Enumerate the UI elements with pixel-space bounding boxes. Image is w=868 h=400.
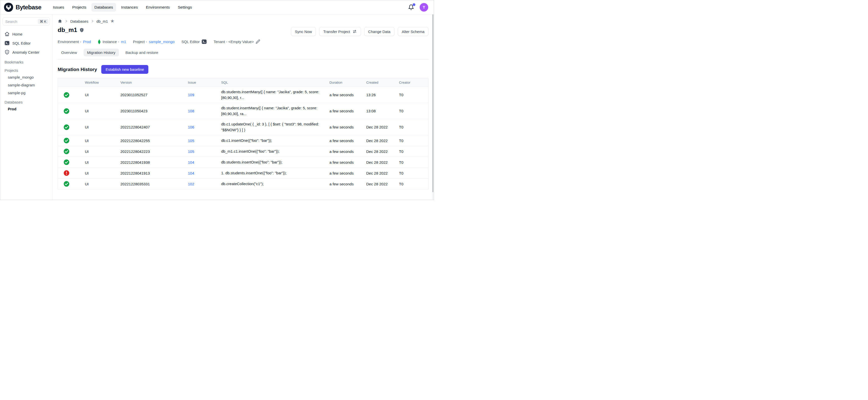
version-cell: 2023011050423 (118, 103, 186, 119)
tab-migration-history[interactable]: Migration History (84, 49, 119, 56)
nav-instances[interactable]: Instances (118, 3, 141, 11)
migration-row[interactable]: UI 20221228042255 105 db.c1.insertOne({"… (58, 135, 428, 146)
migration-row[interactable]: UI 2023011050423 108 db.student.insertMa… (58, 103, 428, 119)
version-cell: 2023011052527 (118, 87, 186, 103)
issue-link[interactable]: 108 (188, 109, 194, 113)
migration-row[interactable]: UI 20221228035331 102 db.createCollectio… (58, 179, 428, 189)
breadcrumb-databases[interactable]: Databases (70, 19, 88, 24)
sql-editor-label: SQL Editor (181, 39, 200, 44)
main-content: Databases db_m1 ★ db_m1 Sync Now Transfe… (52, 14, 434, 200)
sidebar: Search ⌘ K Home SQL Editor Anomaly Cente… (0, 14, 52, 200)
navbar-right: T (408, 3, 428, 11)
sidebar-item-label: Home (12, 32, 23, 36)
chevron-right-icon (64, 20, 68, 23)
migration-row[interactable]: UI 2023011052527 109 db.students.insertM… (58, 87, 428, 103)
shield-alert-icon[interactable] (79, 27, 84, 33)
scrollbar-thumb[interactable] (432, 14, 434, 192)
establish-new-baseline-button[interactable]: Establish new baseline (101, 65, 148, 74)
issue-link[interactable]: 102 (188, 182, 194, 186)
home-breadcrumb-icon[interactable] (58, 19, 62, 24)
created-cell: Dec 28 2022 (364, 119, 397, 135)
issue-cell: 102 (186, 179, 219, 189)
nav-environments[interactable]: Environments (143, 3, 173, 11)
project-label: Project - (133, 39, 147, 44)
search-input[interactable]: Search ⌘ K (2, 18, 50, 25)
col-issue: Issue (186, 78, 219, 87)
status-error-icon (63, 170, 69, 176)
page-title: db_m1 (58, 26, 77, 33)
database-info-row: Environment - Prod Instance - m1 Project… (58, 39, 429, 44)
migration-history-table: Workflow Version Issue SQL Duration Crea… (58, 78, 429, 189)
bytebase-app: { "navbar": { "brand": "Bytebase", "item… (0, 0, 434, 200)
created-cell: 13:08 (364, 103, 397, 119)
creator-cell: T0 (397, 157, 428, 168)
tab-backup-and-restore[interactable]: Backup and restore (122, 49, 162, 56)
nav-issues[interactable]: Issues (50, 3, 67, 11)
issue-link[interactable]: 106 (188, 125, 194, 129)
col-sql: SQL (219, 78, 328, 87)
status-success-icon (63, 159, 69, 165)
bytebase-logo-icon (4, 2, 13, 12)
transfer-project-button[interactable]: Transfer Project (319, 27, 361, 36)
nav-settings[interactable]: Settings (175, 3, 195, 11)
issue-cell: 109 (186, 87, 219, 103)
instance-info: Instance - m1 (98, 39, 126, 44)
nav-projects[interactable]: Projects (69, 3, 89, 11)
button-label: Change Data (368, 29, 391, 34)
notification-badge (412, 3, 415, 6)
sql-cell: db.student.insertMany([ { name: "Jacika"… (219, 103, 328, 119)
bytebase-brand[interactable]: Bytebase (4, 2, 41, 12)
project-link[interactable]: sample_mongo (149, 39, 175, 44)
issue-link[interactable]: 105 (188, 149, 194, 154)
migration-row[interactable]: UI 20221228041938 104 db.students.insert… (58, 157, 428, 168)
status-success-icon (63, 148, 69, 154)
migration-history-header: Migration History Establish new baseline (58, 65, 429, 74)
sidebar-database-group-prod[interactable]: Prod (2, 105, 50, 113)
change-data-button[interactable]: Change Data (364, 27, 395, 36)
button-label: Sync Now (295, 29, 312, 34)
nav-databases[interactable]: Databases (91, 3, 116, 11)
sync-now-button[interactable]: Sync Now (291, 27, 316, 36)
duration-cell: a few seconds (328, 146, 364, 157)
created-cell: Dec 28 2022 (364, 179, 397, 189)
tab-overview[interactable]: Overview (58, 49, 81, 56)
sidebar-item-sql-editor[interactable]: SQL Editor (2, 38, 50, 48)
sidebar-project-sample-mongo[interactable]: sample_mongo (2, 73, 50, 81)
notification-bell-icon[interactable] (408, 4, 414, 10)
sql-editor-shortcut[interactable]: SQL Editor (181, 39, 207, 44)
issue-link[interactable]: 104 (188, 160, 194, 164)
sidebar-item-home[interactable]: Home (2, 29, 50, 38)
issue-link[interactable]: 105 (188, 139, 194, 143)
migration-row[interactable]: UI 20221228042223 105 db_m1.c1.insertOne… (58, 146, 428, 157)
search-shortcut-badge: ⌘ K (38, 19, 49, 24)
table-header-row: Workflow Version Issue SQL Duration Crea… (58, 78, 428, 87)
edit-pencil-icon[interactable] (256, 39, 260, 44)
status-success-icon (63, 124, 69, 130)
button-label: Transfer Project (323, 29, 350, 34)
instance-link[interactable]: m1 (121, 39, 126, 44)
duration-cell: a few seconds (328, 179, 364, 189)
alter-schema-button[interactable]: Alter Schema (398, 27, 429, 36)
issue-cell: 106 (186, 119, 219, 135)
migration-row[interactable]: UI 20221228042407 106 db.c1.updateOne( {… (58, 119, 428, 135)
status-success-icon (63, 108, 69, 114)
sidebar-project-sample-diagram[interactable]: sample-diagram (2, 81, 50, 89)
status-success-icon (63, 137, 69, 144)
environment-link[interactable]: Prod (83, 39, 91, 44)
vertical-scrollbar[interactable] (432, 14, 434, 199)
issue-link[interactable]: 109 (188, 93, 194, 97)
migration-row[interactable]: UI 20221228041913 104 1. db.students.ins… (58, 168, 428, 179)
user-avatar[interactable]: T (420, 3, 428, 11)
sidebar-item-anomaly-center[interactable]: Anomaly Center (2, 48, 50, 57)
creator-cell: T0 (397, 87, 428, 103)
tenant-info: Tenant - <Empty Value> (214, 39, 260, 44)
creator-cell: T0 (397, 119, 428, 135)
sidebar-section-bookmarks: Bookmarks (2, 58, 50, 65)
breadcrumb-db-m1[interactable]: db_m1 (96, 19, 108, 24)
creator-cell: T0 (397, 103, 428, 119)
sidebar-project-sample-pg[interactable]: sample-pg (2, 89, 50, 97)
issue-link[interactable]: 104 (188, 171, 194, 175)
page-actions: Sync Now Transfer Project Change Data Al… (291, 27, 429, 36)
duration-cell: a few seconds (328, 119, 364, 135)
duration-cell: a few seconds (328, 157, 364, 168)
